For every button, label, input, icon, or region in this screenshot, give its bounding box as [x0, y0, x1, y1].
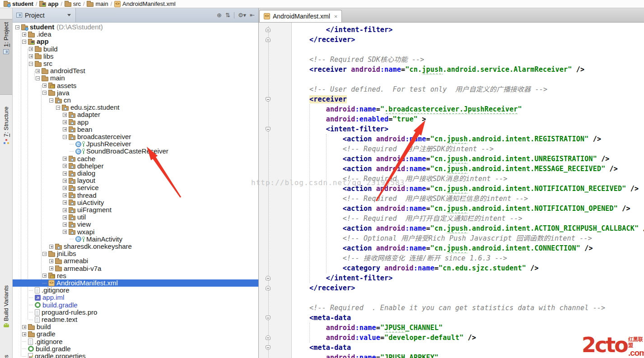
expand-icon[interactable] [63, 157, 67, 161]
tree-row-dialog[interactable]: dialog [13, 170, 258, 177]
hide-panel-icon[interactable]: ⇤ [250, 12, 255, 18]
expand-icon[interactable] [63, 208, 67, 212]
tree-row-app.iml[interactable]: app.iml [13, 294, 258, 301]
tree-row-build.gradle[interactable]: build.gradle [13, 345, 258, 353]
tree-row-.gitignore[interactable]: .gitignore [13, 338, 258, 345]
collapse-icon[interactable] [63, 135, 67, 139]
close-icon[interactable]: × [334, 13, 338, 20]
expand-icon[interactable] [29, 47, 33, 51]
breadcrumb-item-AndroidManifest.xml[interactable]: AndroidManifest.xml [113, 0, 177, 7]
expand-icon[interactable] [63, 127, 67, 131]
fold-marker-icon[interactable] [266, 276, 271, 280]
tree-row-app[interactable]: app [13, 38, 258, 45]
expand-icon[interactable] [22, 332, 26, 336]
tree-row-broadcasterceiver[interactable]: broadcasterceiver [13, 133, 258, 140]
tree-row-layout[interactable]: layout [13, 177, 258, 184]
collapse-icon[interactable] [22, 40, 26, 44]
expand-icon[interactable] [63, 164, 67, 168]
expand-icon[interactable] [63, 113, 67, 117]
tree-row-.idea[interactable]: .idea [13, 31, 258, 38]
tree-row-assets[interactable]: assets [13, 82, 258, 89]
project-tree[interactable]: student(D:\AS\student).ideaappbuildlibss… [13, 23, 258, 358]
expand-icon[interactable] [36, 69, 40, 73]
breadcrumb-item-app[interactable]: app [38, 0, 59, 7]
fold-marker-icon[interactable] [266, 28, 271, 32]
tree-row-jniLibs[interactable]: jniLibs [13, 250, 258, 257]
expand-icon[interactable] [22, 325, 26, 329]
tree-row-SoundBroadCasteReceiver[interactable]: SoundBroadCasteReceiver [13, 148, 258, 155]
editor-body[interactable]: </intent-filter> </receiver> <!-- Requir… [259, 23, 644, 358]
tree-row-view[interactable]: view [13, 221, 258, 228]
tree-row-MainActivity[interactable]: MainActivity [13, 236, 258, 243]
tree-row-sharesdk.onekeyshare[interactable]: sharesdk.onekeyshare [13, 243, 258, 250]
tree-row-java[interactable]: java [13, 89, 258, 97]
expand-icon[interactable] [63, 193, 67, 197]
expand-icon[interactable] [42, 274, 47, 278]
tree-row-androidTest[interactable]: androidTest [13, 67, 258, 74]
tree-row-adapter[interactable]: adapter [13, 111, 258, 118]
tree-row-AndroidManifest.xml[interactable]: AndroidManifest.xml [13, 279, 258, 287]
expand-icon[interactable] [49, 259, 53, 263]
expand-icon[interactable] [63, 179, 67, 183]
collapse-icon[interactable] [29, 62, 33, 66]
tree-row-wxapi[interactable]: wxapi [13, 228, 258, 236]
tree-row-edu.sjzc.student[interactable]: edu.sjzc.student [13, 104, 258, 111]
tree-row-.gitignore[interactable]: .gitignore [13, 287, 258, 294]
expand-icon[interactable] [63, 172, 67, 176]
tree-row-service[interactable]: service [13, 184, 258, 191]
tree-row-gradle.properties[interactable]: gradle.properties [13, 353, 258, 358]
project-view-selector[interactable]: Project [13, 8, 76, 22]
tree-row-cache[interactable]: cache [13, 155, 258, 163]
breadcrumb-item-main[interactable]: main [86, 0, 109, 7]
tool-button-s[interactable]: s [0, 352, 12, 358]
expand-icon[interactable] [49, 266, 53, 270]
tree-row-util[interactable]: util [13, 214, 258, 221]
collapse-all-icon[interactable]: ⇅ [225, 12, 230, 18]
tree-row-libs[interactable]: libs [13, 53, 258, 60]
tree-row-build[interactable]: build [13, 323, 258, 330]
collapse-icon[interactable] [49, 98, 53, 102]
collapse-icon[interactable] [56, 106, 60, 110]
tree-row-student[interactable]: student(D:\AS\student) [13, 23, 258, 31]
expand-icon[interactable] [63, 186, 67, 190]
fold-marker-icon[interactable] [266, 316, 271, 320]
tree-row-uiFragment[interactable]: uiFragment [13, 206, 258, 214]
tree-row-build.gradle[interactable]: build.gradle [13, 302, 258, 309]
breadcrumb-item-student[interactable]: student [3, 0, 34, 7]
tree-row-JpushReceiver[interactable]: JpushReceiver [13, 140, 258, 148]
expand-icon[interactable] [22, 33, 26, 37]
expand-icon[interactable] [63, 223, 67, 227]
tree-row-app[interactable]: app [13, 119, 258, 126]
collapse-icon[interactable] [42, 91, 47, 95]
tab-androidmanifest[interactable]: AndroidManifest.xml × [259, 10, 342, 22]
collapse-icon[interactable] [15, 25, 19, 29]
tree-row-build[interactable]: build [13, 46, 258, 53]
fold-marker-icon[interactable] [266, 37, 271, 42]
tree-row-thread[interactable]: thread [13, 192, 258, 199]
tree-row-proguard-rules.pro[interactable]: proguard-rules.pro [13, 309, 258, 316]
expand-icon[interactable] [29, 54, 33, 58]
fold-marker-icon[interactable] [266, 127, 271, 131]
tree-row-main[interactable]: main [13, 74, 258, 82]
expand-icon[interactable] [63, 215, 67, 219]
expand-icon[interactable] [49, 245, 53, 249]
tree-row-uiActivity[interactable]: uiActivity [13, 199, 258, 206]
tree-row-armeabi[interactable]: armeabi [13, 257, 258, 265]
tree-row-bean[interactable]: bean [13, 126, 258, 133]
tree-row-res[interactable]: res [13, 272, 258, 279]
expand-icon[interactable] [42, 84, 47, 88]
tree-row-readme.text[interactable]: readme.text [13, 316, 258, 323]
tool-button-Build-Variants[interactable]: Build Variants [0, 283, 12, 350]
tree-row-armeabi-v7a[interactable]: armeabi-v7a [13, 265, 258, 272]
fold-marker-icon[interactable] [266, 345, 271, 350]
expand-icon[interactable] [63, 200, 67, 205]
tree-row-cn[interactable]: cn [13, 97, 258, 104]
tool-button--Structure[interactable]: 7: Structure [0, 104, 12, 172]
tree-row-src[interactable]: src [13, 60, 258, 67]
locate-icon[interactable]: ⊕ [217, 12, 222, 18]
tree-row-dbhelper[interactable]: dbhelper [13, 163, 258, 170]
collapse-icon[interactable] [36, 76, 40, 80]
collapse-icon[interactable] [42, 252, 47, 256]
settings-icon[interactable]: ⚙▾ [238, 12, 246, 18]
expand-icon[interactable] [63, 120, 67, 124]
